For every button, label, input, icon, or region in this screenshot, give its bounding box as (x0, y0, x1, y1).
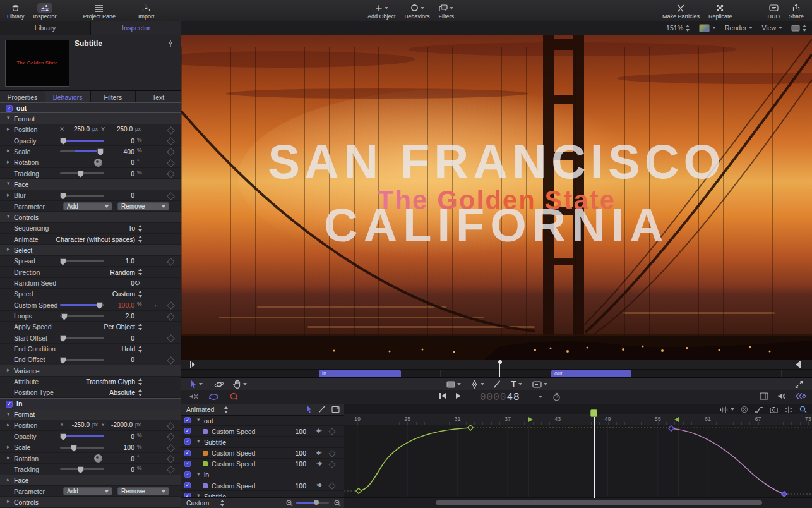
timer-icon[interactable] (552, 392, 561, 401)
param-value-field[interactable]: 0 (95, 137, 134, 145)
toolbar-project-pane-button[interactable]: Project Pane (79, 0, 121, 21)
tab-library[interactable]: Library (0, 21, 91, 35)
toolbar-inspector-button[interactable]: Inspector (29, 0, 61, 21)
add-parameter-dropdown[interactable]: Add (63, 202, 112, 210)
keyframe-nav-prev-icon[interactable]: ‹◆ (316, 481, 321, 488)
remove-parameter-dropdown[interactable]: Remove (117, 487, 169, 495)
kf-curve-value[interactable]: 100 (281, 449, 306, 457)
tab-text[interactable]: Text (136, 91, 181, 104)
keyframe-diamond-icon[interactable] (167, 433, 175, 441)
bezier-tool-button[interactable] (470, 379, 484, 389)
inspector-group-format[interactable]: ▾Format (0, 113, 181, 124)
pan-tool-button[interactable] (233, 379, 247, 389)
disclosure-triangle-icon[interactable]: ▸ (7, 159, 10, 165)
graph-playhead[interactable] (594, 417, 595, 498)
kf-ruler[interactable]: 19253137434955616773 (344, 414, 812, 425)
popup-value[interactable]: Absolute (0, 389, 135, 396)
edit-keyframes-tool-icon[interactable] (306, 405, 313, 413)
param-value-field[interactable]: 400 (95, 148, 134, 155)
param-value-field[interactable]: 0 (95, 279, 134, 287)
popup-value[interactable]: Per Object (0, 323, 135, 330)
toolbar-filters-button[interactable]: Filters (434, 0, 459, 21)
disclosure-triangle-icon[interactable]: ▸ (7, 444, 10, 450)
pin-icon[interactable] (167, 39, 174, 47)
popup-value[interactable]: Hold (0, 345, 135, 353)
slider-thumb[interactable] (60, 357, 66, 364)
toolbar-make-particles-button[interactable]: Make Particles (658, 0, 704, 21)
keyframe-diamond-icon[interactable] (328, 461, 335, 468)
tab-inspector[interactable]: Inspector (91, 21, 181, 35)
y-value-field[interactable]: -2000.0 (106, 421, 133, 428)
param-value-field[interactable]: 0 (95, 191, 134, 199)
param-value-field[interactable]: 0 (95, 170, 134, 178)
fullscreen-toggle-button[interactable] (795, 379, 803, 389)
disclosure-triangle-icon[interactable]: ▸ (7, 126, 10, 132)
zoom-out-icon[interactable] (286, 500, 293, 507)
disclosure-triangle-icon[interactable]: ▾ (7, 180, 10, 186)
play-range-in-marker[interactable] (528, 417, 533, 422)
toolbar-share-button[interactable]: Share (784, 0, 808, 21)
slider-thumb[interactable] (60, 433, 66, 440)
disclosure-triangle-icon[interactable]: ▸ (7, 191, 10, 198)
loop-playback-icon[interactable] (208, 393, 219, 401)
inspector-group-controls[interactable]: ▸Controls (0, 497, 181, 507)
snapping-icon[interactable] (784, 406, 793, 413)
animation-curves[interactable] (344, 425, 812, 498)
disclosure-triangle-icon[interactable]: ▸ (7, 476, 10, 483)
keyframe-diamond-icon[interactable] (328, 428, 335, 435)
disclosure-triangle-icon[interactable]: ▾ (7, 213, 10, 219)
checkbox[interactable]: ✓ (184, 428, 191, 434)
keyframe-diamond-icon[interactable] (328, 482, 335, 489)
keyframe-point[interactable] (782, 492, 787, 497)
param-value-field[interactable]: 0 (95, 466, 134, 473)
remove-parameter-dropdown[interactable]: Remove (117, 202, 169, 210)
generate-seed-icon[interactable]: ↻ (134, 279, 140, 287)
canvas-viewport[interactable]: SAN FRANCISCO CALIFORNIA The Golden Stat… (181, 35, 812, 360)
param-value-field[interactable]: 100 (95, 444, 134, 451)
param-value-field[interactable]: 1.0 (95, 257, 134, 265)
slider-thumb[interactable] (60, 335, 66, 342)
behavior-bar-out[interactable]: out (551, 370, 631, 377)
text-tool-button[interactable]: T (511, 379, 522, 389)
keyframe-nav-next-icon[interactable]: ◆› (316, 449, 321, 456)
display-layout-control[interactable] (791, 25, 807, 32)
disclosure-triangle-icon[interactable]: ▸ (7, 366, 10, 373)
x-value-field[interactable]: -250.0 (62, 421, 90, 428)
kf-curve-value[interactable]: 100 (281, 482, 306, 490)
disclosure-triangle-icon[interactable]: ▸ (7, 246, 10, 252)
show-audio-waveform-control[interactable] (720, 406, 734, 413)
slider-thumb[interactable] (61, 313, 68, 320)
disclosure-triangle-icon[interactable]: ▸ (7, 147, 10, 154)
inspector-group-controls[interactable]: ▾Controls (0, 212, 181, 222)
tab-properties[interactable]: Properties (0, 91, 45, 104)
slider-thumb[interactable] (78, 171, 84, 178)
play-icon[interactable] (455, 392, 462, 399)
behavior-bar-in[interactable]: in (319, 370, 401, 377)
checkbox[interactable]: ✓ (184, 417, 191, 423)
popup-value[interactable]: Random (0, 269, 135, 276)
disclosure-triangle-icon[interactable]: ▾ (7, 411, 10, 417)
checkbox[interactable]: ✓ (6, 105, 13, 112)
graph-playhead-handle[interactable] (590, 409, 597, 417)
audio-pane-icon[interactable] (777, 392, 786, 400)
audio-mute-icon[interactable] (189, 392, 198, 401)
goto-keyframe-icon[interactable]: → (151, 301, 158, 308)
zoom-graph-icon[interactable] (799, 406, 807, 413)
keyframe-diamond-icon[interactable] (167, 313, 175, 321)
keyframe-diamond-icon[interactable] (167, 148, 175, 157)
keyframe-diamond-icon[interactable] (167, 301, 175, 310)
select-tool-button[interactable] (190, 379, 203, 389)
param-value-field[interactable]: 0 (95, 455, 134, 463)
zoom-level-control[interactable]: 151% (666, 24, 690, 32)
channels-swatch-control[interactable] (699, 24, 716, 32)
chevron-down-icon[interactable] (539, 396, 542, 398)
keyframe-diamond-icon[interactable] (167, 334, 175, 342)
popup-value[interactable]: Custom (0, 290, 135, 298)
sketch-keyframes-tool-icon[interactable] (318, 405, 326, 413)
tab-filters[interactable]: Filters (91, 91, 136, 104)
inspector-group-face[interactable]: ▸Face (0, 475, 181, 486)
go-to-start-icon[interactable] (439, 392, 446, 399)
kf-curve-value[interactable]: 100 (281, 460, 306, 468)
view-menu[interactable]: View (761, 24, 782, 32)
add-curve-box-icon[interactable] (331, 406, 340, 413)
